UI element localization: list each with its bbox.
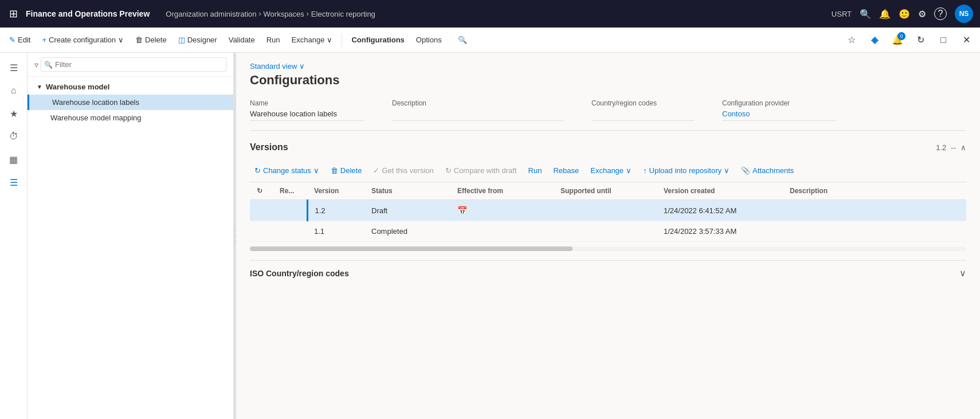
upload-caret: ∨ [724,166,730,175]
fields-row: Name Warehouse location labels Descripti… [250,99,966,131]
plus-icon: + [42,36,46,44]
smiley-icon[interactable]: 🙂 [899,9,910,19]
side-icon-list[interactable]: ☰ [3,172,24,193]
versions-run-button[interactable]: Run [524,164,547,177]
tree-item-label-1: Warehouse model mapping [50,113,142,122]
h-scroll-thumb[interactable] [250,246,573,251]
versions-exchange-button[interactable]: Exchange ∨ [586,164,636,177]
iso-section[interactable]: ISO Country/region codes ∨ [250,260,966,285]
close-icon[interactable]: ✕ [957,31,975,49]
col-effective-header[interactable]: Effective from [450,182,554,200]
side-icon-recent[interactable]: ⏱ [3,126,24,147]
col-created-header[interactable]: Version created [657,182,783,200]
col-re-header[interactable]: Re... [273,182,307,200]
col-supported-header[interactable]: Supported until [554,182,657,200]
side-icon-hamburger[interactable]: ☰ [3,57,24,78]
row1-description [783,200,966,221]
tree-filter-bar: ▿ 🔍 [28,53,233,77]
tree-item-label-0: Warehouse location labels [52,98,139,107]
options-button[interactable]: Options [411,33,446,46]
tree-filter-input[interactable] [41,57,226,72]
user-label: USRT [832,10,852,18]
versions-delete-button[interactable]: 🗑 Delete [326,164,367,177]
name-value: Warehouse location labels [250,109,364,121]
notifications-icon[interactable]: 🔔 0 [888,31,907,49]
toolbar-right: ☆ ◈ 🔔 0 ↻ □ ✕ [842,31,975,49]
configurations-button[interactable]: Configurations [347,33,409,46]
bell-icon[interactable]: 🔔 [879,9,891,19]
calendar-icon-1[interactable]: 📅 [457,206,467,215]
h-scrollbar[interactable] [250,246,966,251]
get-this-version-button: ✓ Get this version [369,164,438,177]
col-status-header[interactable]: Status [364,182,450,200]
version-row-1[interactable]: 1.2 Draft 📅 1/24/2022 6:41:52 AM [250,200,966,221]
refresh-icon[interactable]: ↻ [911,31,930,49]
tree-filter-icon[interactable]: ▿ [34,60,38,69]
waffle-icon[interactable]: ⊞ [7,5,20,22]
row1-re [273,200,307,221]
create-caret-icon: ∨ [118,36,124,44]
run-label: Run [528,166,542,175]
provider-value[interactable]: Contoso [722,109,837,121]
field-provider: Configuration provider Contoso [722,99,837,121]
attachments-button[interactable]: 📎 Attachments [736,164,798,177]
tree-item-warehouse-location-labels[interactable]: Warehouse location labels [28,95,233,110]
change-status-label: Change status [263,166,311,175]
side-icon-star[interactable]: ★ [3,103,24,124]
row1-version: 1.2 [307,200,364,221]
top-bar: ⊞ Finance and Operations Preview Organiz… [0,0,980,28]
help-icon[interactable]: ? [934,7,947,20]
row2-version: 1.1 [307,221,364,242]
breadcrumb-sep-2: › [307,10,309,18]
expand-icon[interactable]: □ [934,31,952,49]
search-icon[interactable]: 🔍 [860,9,871,19]
get-version-icon: ✓ [373,166,379,175]
dynamics-icon[interactable]: ◈ [865,31,884,49]
upload-repository-button[interactable]: ↑ Upload into repository ∨ [638,164,734,177]
tree-group-header[interactable]: ▼ Warehouse model [28,79,233,95]
side-icon-home[interactable]: ⌂ [3,80,24,101]
change-status-button[interactable]: ↻ Change status ∨ [250,164,324,177]
tree-item-warehouse-model-mapping[interactable]: Warehouse model mapping [28,110,233,126]
designer-button[interactable]: ◫ Designer [174,33,222,46]
create-configuration-button[interactable]: + Create configuration ∨ [37,33,128,46]
validate-button[interactable]: Validate [224,33,260,46]
tree-content: ▼ Warehouse model Warehouse location lab… [28,77,233,419]
content-inner: Standard view ∨ Configurations Name Ware… [236,53,980,295]
row2-created: 1/24/2022 3:57:33 AM [657,221,783,242]
gear-icon[interactable]: ⚙ [918,9,926,19]
rebase-label: Rebase [553,166,579,175]
col-version-header[interactable]: Version [307,182,364,200]
iso-expand-icon[interactable]: ∨ [959,268,966,279]
versions-collapse-btn[interactable]: ∧ [961,143,966,152]
edit-button[interactable]: ✎ Edit [5,33,35,46]
filter-search-icon: 🔍 [44,61,53,69]
compare-icon: ↻ [445,166,452,175]
standard-view-toggle[interactable]: Standard view ∨ [250,62,966,71]
delete-icon: 🗑 [135,36,143,44]
designer-icon: ◫ [178,36,185,44]
breadcrumb-item-er[interactable]: Electronic reporting [311,10,375,18]
run-button[interactable]: Run [262,33,285,46]
toolbar-search-icon: 🔍 [458,36,467,44]
rebase-button[interactable]: Rebase [548,164,583,177]
avatar[interactable]: NS [955,5,973,23]
favorites-icon[interactable]: ☆ [842,31,861,49]
col-description-header[interactable]: Description [783,182,966,200]
versions-table-head: ↻ Re... Version Status Effective from Su… [250,182,966,200]
field-country: Country/region codes [591,99,695,121]
compare-label: Compare with draft [454,166,517,175]
page-title: Configurations [250,73,966,88]
toolbar-search-button[interactable]: 🔍 [453,33,472,46]
side-icons: ☰ ⌂ ★ ⏱ ▦ ☰ [0,53,28,419]
tree-panel: ▿ 🔍 ▼ Warehouse model Warehouse location… [28,53,234,419]
get-version-label: Get this version [382,166,433,175]
exchange-button[interactable]: Exchange ∨ [287,33,338,46]
delete-button[interactable]: 🗑 Delete [131,33,171,46]
version-row-2[interactable]: 1.1 Completed 1/24/2022 3:57:33 AM [250,221,966,242]
row1-supported [554,200,657,221]
breadcrumb-item-org[interactable]: Organization administration [166,10,256,18]
country-value [591,109,695,121]
side-icon-calendar[interactable]: ▦ [3,149,24,170]
breadcrumb-item-workspaces[interactable]: Workspaces [264,10,304,18]
